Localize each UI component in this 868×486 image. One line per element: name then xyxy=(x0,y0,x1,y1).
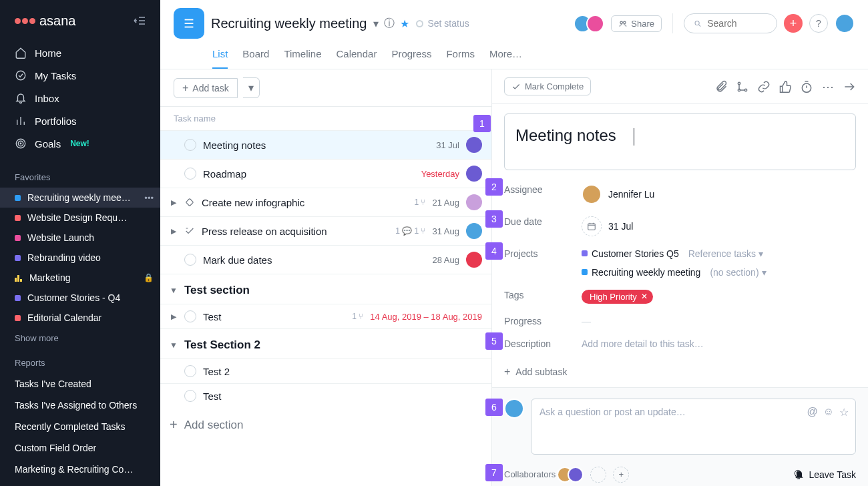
due-date: 28 Aug xyxy=(433,255,460,265)
set-status[interactable]: Set status xyxy=(416,18,469,29)
task-detail-pane: Mark Complete ⋯ 1 Meeting notes 2 xyxy=(491,69,868,486)
mark-complete-button[interactable]: Mark Complete xyxy=(504,77,591,95)
complete-checkbox[interactable] xyxy=(184,254,196,266)
expand-icon[interactable]: ▶ xyxy=(170,227,178,236)
search-input[interactable] xyxy=(684,13,777,33)
project-color-dot xyxy=(15,235,21,241)
add-collaborator-button[interactable]: + xyxy=(613,467,629,483)
task-row[interactable]: ▶Press release on acquisition1 💬 1 ⑂31 A… xyxy=(160,216,491,245)
tab-timeline[interactable]: Timeline xyxy=(284,43,321,69)
task-row[interactable]: ▶Test1 ⑂14 Aug, 2019 – 18 Aug, 2019 xyxy=(160,304,491,328)
nav-goals[interactable]: GoalsNew! xyxy=(0,132,160,155)
tab-progress[interactable]: Progress xyxy=(391,43,431,69)
nav-my-tasks[interactable]: My Tasks xyxy=(0,64,160,87)
favorite-item[interactable]: Website Design Requ… xyxy=(0,208,160,228)
favorite-item[interactable]: Recruiting weekly mee…••• xyxy=(0,188,160,208)
assignee-value[interactable]: Jennifer Lu xyxy=(582,184,856,204)
global-add-button[interactable]: + xyxy=(784,14,803,33)
assignee-avatar[interactable] xyxy=(466,194,482,210)
complete-checkbox[interactable] xyxy=(184,365,196,377)
report-item[interactable]: Custom Field Order xyxy=(0,437,160,459)
leave-task-button[interactable]: Leave Task xyxy=(793,469,856,480)
attachment-icon[interactable] xyxy=(714,80,728,93)
favorite-item[interactable]: Customer Stories - Q4 xyxy=(0,288,160,308)
favorite-item[interactable]: Rebranding video xyxy=(0,248,160,268)
complete-checkbox[interactable] xyxy=(184,139,196,151)
show-more[interactable]: Show more xyxy=(0,328,160,348)
project-list-icon[interactable] xyxy=(174,8,204,39)
favorite-item[interactable]: Editorial Calendar xyxy=(0,308,160,328)
lock-icon: 🔒 xyxy=(144,273,154,282)
task-title-input[interactable]: Meeting notes xyxy=(504,113,856,170)
tag-high-priority[interactable]: High Priority ✕ xyxy=(582,290,653,304)
tab-calendar[interactable]: Calendar xyxy=(337,43,377,69)
add-task-dropdown[interactable]: ▾ xyxy=(243,77,260,98)
project-chip[interactable]: Recruiting weekly meeting xyxy=(582,267,700,278)
report-item[interactable]: Tasks I've Created xyxy=(0,373,160,395)
info-icon[interactable]: ⓘ xyxy=(384,17,395,31)
logo[interactable]: asana xyxy=(15,13,76,29)
task-row[interactable]: Meeting notes31 Jul xyxy=(160,130,491,159)
star-icon[interactable]: ☆ xyxy=(839,406,849,419)
progress-value[interactable]: — xyxy=(582,316,591,326)
tag-remove-icon[interactable]: ✕ xyxy=(641,292,648,301)
project-section-dropdown[interactable]: (no section) ▾ xyxy=(710,267,766,278)
svg-point-3 xyxy=(20,143,21,144)
due-date-value[interactable]: 31 Jul xyxy=(582,216,856,236)
share-button[interactable]: Share xyxy=(611,15,662,32)
report-item[interactable]: Recently Completed Tasks xyxy=(0,416,160,437)
expand-icon[interactable]: ▶ xyxy=(170,312,178,321)
assignee-avatar[interactable] xyxy=(466,137,482,153)
add-section-button[interactable]: + Add section xyxy=(160,408,491,442)
assignee-avatar[interactable] xyxy=(466,252,482,268)
add-subtask-button[interactable]: + Add subtask xyxy=(492,363,868,387)
task-row[interactable]: Mark due dates28 Aug xyxy=(160,245,491,274)
complete-checkbox[interactable] xyxy=(184,168,196,180)
assignee-avatar[interactable] xyxy=(466,223,482,239)
project-section-dropdown[interactable]: Reference tasks ▾ xyxy=(688,248,763,259)
report-item[interactable]: Tasks I've Assigned to Others xyxy=(0,395,160,416)
task-row[interactable]: Test 2 xyxy=(160,358,491,383)
section-header[interactable]: ▼ Test Section 2 xyxy=(160,328,491,358)
emoji-icon[interactable]: ☺ xyxy=(823,406,834,419)
nav-portfolios[interactable]: Portfolios xyxy=(0,109,160,132)
link-icon[interactable] xyxy=(757,80,771,93)
task-meta: 1 ⑂ xyxy=(414,198,425,207)
like-icon[interactable] xyxy=(779,80,792,93)
task-row[interactable]: RoadmapYesterday xyxy=(160,159,491,188)
close-panel-icon[interactable] xyxy=(843,80,856,93)
report-item[interactable]: Marketing & Recruiting Co… xyxy=(0,459,160,480)
more-icon[interactable]: ••• xyxy=(144,193,154,203)
chevron-down-icon[interactable]: ▾ xyxy=(373,17,379,30)
description-input[interactable]: Add more detail to this task… xyxy=(582,338,856,349)
project-members[interactable] xyxy=(579,15,604,33)
tab-more[interactable]: More… xyxy=(489,43,522,69)
help-button[interactable]: ? xyxy=(809,14,828,33)
main: Recruiting weekly meeting ▾ ⓘ ★ Set stat… xyxy=(160,0,868,486)
expand-icon[interactable]: ▶ xyxy=(170,198,178,207)
task-row[interactable]: ▶Create new infographic1 ⑂21 Aug xyxy=(160,188,491,216)
nav-inbox[interactable]: Inbox xyxy=(0,87,160,109)
sidebar-collapse-icon[interactable] xyxy=(131,12,148,29)
favorite-item[interactable]: Marketing🔒 xyxy=(0,268,160,288)
complete-checkbox[interactable] xyxy=(184,390,196,402)
tab-forms[interactable]: Forms xyxy=(446,43,475,69)
favorite-item[interactable]: Website Launch xyxy=(0,228,160,248)
mention-icon[interactable]: @ xyxy=(807,406,817,419)
nav-home[interactable]: Home xyxy=(0,41,160,64)
comment-input[interactable]: Ask a question or post an update… @ ☺ ☆ xyxy=(531,399,856,455)
complete-checkbox[interactable] xyxy=(184,310,196,322)
section-header[interactable]: ▼ Test section xyxy=(160,274,491,304)
assignee-avatar[interactable] xyxy=(466,166,482,182)
task-row[interactable]: Test xyxy=(160,383,491,408)
add-task-button[interactable]: + Add task xyxy=(174,78,238,98)
star-icon[interactable]: ★ xyxy=(400,17,409,30)
due-date: 31 Jul xyxy=(436,140,459,150)
timer-icon[interactable] xyxy=(800,80,813,93)
project-chip[interactable]: Customer Stories Q5 xyxy=(582,248,679,259)
profile-avatar[interactable] xyxy=(835,13,855,33)
subtasks-icon[interactable] xyxy=(736,80,749,93)
tab-list[interactable]: List xyxy=(212,43,228,69)
more-icon[interactable]: ⋯ xyxy=(821,80,835,93)
tab-board[interactable]: Board xyxy=(242,43,269,69)
